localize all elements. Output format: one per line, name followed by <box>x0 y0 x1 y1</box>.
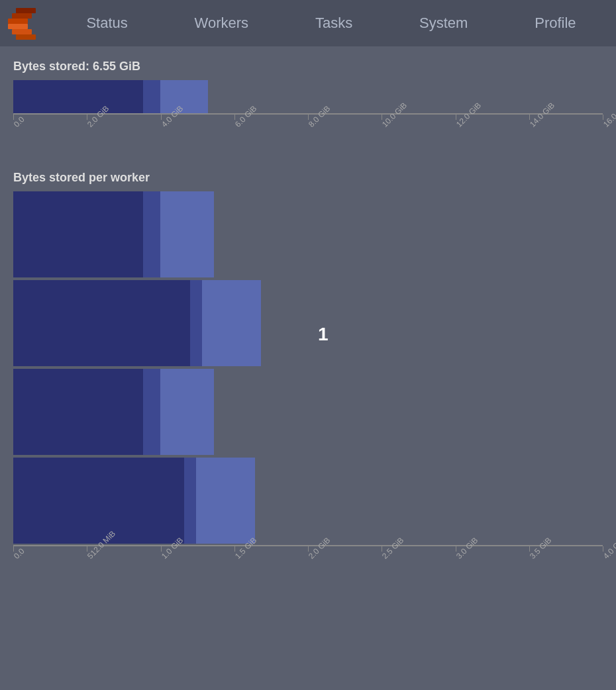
bytes-stored-section: Bytes stored: 6.55 GiB 0.02.0 GiB4.0 GiB… <box>13 60 603 151</box>
bytes-per-worker-section: Bytes stored per worker 1 0.0512.0 MiB1.… <box>13 171 603 586</box>
x-tick-line <box>456 115 456 120</box>
worker-bar-segment <box>160 369 213 455</box>
x-tick-line <box>13 115 14 120</box>
worker-chart-x-axis: 0.0512.0 MiB1.0 GiB1.5 GiB2.0 GiB2.5 GiB… <box>13 546 603 586</box>
x-tick: 0.0 <box>13 115 23 132</box>
x-tick-line <box>382 546 382 552</box>
x-tick-line <box>308 546 309 552</box>
svg-rect-3 <box>12 29 32 34</box>
x-tick: 12.0 GiB <box>456 115 486 132</box>
x-tick: 3.5 GiB <box>529 546 554 564</box>
bytes-stored-chart: 0.02.0 GiB4.0 GiB6.0 GiB8.0 GiB10.0 GiB1… <box>13 80 603 151</box>
worker-bar-row <box>13 280 603 366</box>
worker-bar-segment <box>13 369 143 455</box>
x-tick-label: 4.0 GiB <box>601 536 616 561</box>
x-tick-line <box>308 115 309 120</box>
nav-item-status[interactable]: Status <box>76 9 138 37</box>
bar-segment <box>143 80 161 113</box>
x-tick-line <box>87 546 87 552</box>
worker-bar-segment <box>202 280 261 366</box>
worker-bar-segment <box>160 191 213 277</box>
worker-bar-segment <box>13 191 143 277</box>
worker-bar-segment <box>13 280 190 366</box>
x-tick: 2.5 GiB <box>382 546 407 564</box>
x-tick: 4.0 GiB <box>161 115 186 132</box>
x-tick-line <box>603 546 603 552</box>
x-tick-line <box>13 546 14 552</box>
worker-chart-label-1: 1 <box>318 324 329 345</box>
x-tick-line <box>529 546 530 552</box>
x-tick-label: 16.0 GiB <box>601 101 616 129</box>
x-tick: 1.5 GiB <box>234 546 260 564</box>
x-tick-label: 0.0 <box>12 546 26 561</box>
nav-item-system[interactable]: System <box>409 9 478 37</box>
x-tick: 14.0 GiB <box>529 115 559 132</box>
nav-item-workers[interactable]: Workers <box>184 9 260 37</box>
svg-rect-4 <box>16 8 36 13</box>
x-tick: 2.0 GiB <box>308 546 333 564</box>
worker-bar-segment <box>143 191 161 277</box>
worker-bar-row <box>13 458 603 544</box>
nav-item-profile[interactable]: Profile <box>524 9 586 37</box>
x-tick: 0.0 <box>13 546 23 564</box>
bytes-stored-title: Bytes stored: 6.55 GiB <box>13 60 603 74</box>
svg-rect-5 <box>16 34 36 40</box>
worker-bar-segment <box>184 458 196 544</box>
worker-bar-segment <box>196 458 255 544</box>
x-tick: 2.0 GiB <box>87 115 112 132</box>
bytes-per-worker-title: Bytes stored per worker <box>13 171 603 185</box>
worker-bar-row <box>13 369 603 455</box>
x-tick: 10.0 GiB <box>382 115 411 132</box>
nav-links: Status Workers Tasks System Profile <box>53 9 609 37</box>
navbar: Status Workers Tasks System Profile <box>0 0 616 46</box>
x-tick-line <box>456 546 456 552</box>
x-tick: 16.0 GiB <box>603 115 616 132</box>
worker-bar-segment <box>190 280 202 366</box>
x-tick-line <box>234 115 235 120</box>
x-tick-line <box>161 115 162 120</box>
bar-segment <box>13 80 143 113</box>
x-tick: 1.0 GiB <box>161 546 186 564</box>
x-tick-line <box>234 546 235 552</box>
x-tick: 8.0 GiB <box>308 115 333 132</box>
x-tick-line <box>161 546 162 552</box>
logo-icon <box>7 7 40 40</box>
worker-bar-row <box>13 191 603 277</box>
worker-bars-container <box>13 191 603 544</box>
worker-bar-segment <box>143 369 161 455</box>
nav-item-tasks[interactable]: Tasks <box>305 9 363 37</box>
worker-bar-segment <box>13 458 184 544</box>
bytes-per-worker-chart: 1 0.0512.0 MiB1.0 GiB1.5 GiB2.0 GiB2.5 G… <box>13 191 603 586</box>
x-tick-line <box>87 115 87 120</box>
top-chart-x-axis: 0.02.0 GiB4.0 GiB6.0 GiB8.0 GiB10.0 GiB1… <box>13 115 603 151</box>
x-tick-label: 0.0 <box>12 115 26 129</box>
svg-rect-2 <box>12 13 32 19</box>
x-tick: 512.0 MiB <box>87 546 121 564</box>
x-tick-line <box>382 115 382 120</box>
x-tick: 4.0 GiB <box>603 546 616 564</box>
bar-segment <box>160 80 207 113</box>
svg-rect-1 <box>8 24 28 29</box>
svg-rect-0 <box>8 19 28 24</box>
main-content: Bytes stored: 6.55 GiB 0.02.0 GiB4.0 GiB… <box>0 46 616 586</box>
x-tick: 6.0 GiB <box>234 115 260 132</box>
x-tick: 3.0 GiB <box>456 546 481 564</box>
x-tick-line <box>529 115 530 120</box>
x-tick-line <box>603 115 603 120</box>
